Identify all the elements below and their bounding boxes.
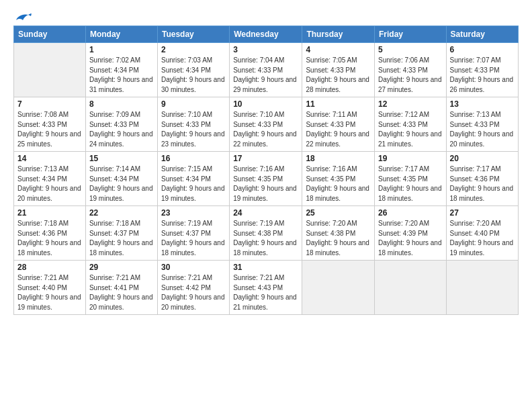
cell-info: Sunrise: 7:14 AMSunset: 4:34 PMDaylight:… — [89, 165, 154, 203]
calendar-cell: 6Sunrise: 7:07 AMSunset: 4:33 PMDaylight… — [446, 43, 518, 97]
calendar-cell: 8Sunrise: 7:09 AMSunset: 4:33 PMDaylight… — [85, 97, 157, 152]
calendar-header-row: SundayMondayTuesdayWednesdayThursdayFrid… — [14, 26, 519, 43]
cell-info: Sunrise: 7:21 AMSunset: 4:42 PMDaylight:… — [161, 273, 226, 312]
calendar-cell: 29Sunrise: 7:21 AMSunset: 4:41 PMDayligh… — [85, 261, 157, 315]
cell-info: Sunrise: 7:19 AMSunset: 4:38 PMDaylight:… — [233, 219, 298, 258]
calendar-cell: 19Sunrise: 7:17 AMSunset: 4:35 PMDayligh… — [374, 152, 446, 206]
day-number: 15 — [89, 154, 154, 163]
day-number: 9 — [161, 99, 226, 109]
cell-info: Sunrise: 7:21 AMSunset: 4:41 PMDaylight:… — [89, 273, 154, 312]
cell-info: Sunrise: 7:08 AMSunset: 4:33 PMDaylight:… — [17, 110, 82, 149]
day-number: 14 — [17, 154, 82, 163]
day-number: 19 — [378, 154, 443, 163]
calendar-cell: 1Sunrise: 7:02 AMSunset: 4:34 PMDaylight… — [85, 43, 157, 97]
calendar-cell: 18Sunrise: 7:16 AMSunset: 4:35 PMDayligh… — [302, 152, 375, 206]
day-number: 12 — [378, 99, 443, 109]
cell-info: Sunrise: 7:11 AMSunset: 4:33 PMDaylight:… — [306, 110, 371, 149]
cell-info: Sunrise: 7:10 AMSunset: 4:33 PMDaylight:… — [161, 110, 226, 149]
day-number: 5 — [378, 45, 443, 54]
day-number: 16 — [161, 154, 226, 163]
calendar-cell: 20Sunrise: 7:17 AMSunset: 4:36 PMDayligh… — [446, 152, 518, 206]
day-number: 3 — [233, 45, 298, 54]
cell-info: Sunrise: 7:05 AMSunset: 4:33 PMDaylight:… — [306, 56, 371, 95]
cell-info: Sunrise: 7:07 AMSunset: 4:33 PMDaylight:… — [450, 56, 515, 95]
day-number: 27 — [450, 208, 515, 218]
cell-info: Sunrise: 7:18 AMSunset: 4:36 PMDaylight:… — [17, 219, 82, 258]
calendar-cell: 13Sunrise: 7:13 AMSunset: 4:33 PMDayligh… — [446, 97, 518, 152]
calendar-cell: 28Sunrise: 7:21 AMSunset: 4:40 PMDayligh… — [14, 261, 86, 315]
week-row-2: 7Sunrise: 7:08 AMSunset: 4:33 PMDaylight… — [14, 97, 519, 152]
calendar-cell — [14, 43, 86, 97]
calendar-cell: 10Sunrise: 7:10 AMSunset: 4:33 PMDayligh… — [230, 97, 302, 152]
col-header-sunday: Sunday — [14, 26, 86, 43]
calendar-cell: 12Sunrise: 7:12 AMSunset: 4:33 PMDayligh… — [374, 97, 446, 152]
day-number: 26 — [378, 208, 443, 218]
col-header-thursday: Thursday — [302, 26, 375, 43]
day-number: 8 — [89, 99, 154, 109]
calendar-cell — [446, 261, 518, 315]
day-number: 10 — [233, 99, 298, 109]
week-row-1: 1Sunrise: 7:02 AMSunset: 4:34 PMDaylight… — [14, 43, 519, 97]
calendar-cell — [374, 261, 446, 315]
calendar-cell: 7Sunrise: 7:08 AMSunset: 4:33 PMDaylight… — [14, 97, 86, 152]
cell-info: Sunrise: 7:18 AMSunset: 4:37 PMDaylight:… — [89, 219, 154, 258]
cell-info: Sunrise: 7:13 AMSunset: 4:34 PMDaylight:… — [17, 165, 82, 203]
cell-info: Sunrise: 7:15 AMSunset: 4:34 PMDaylight:… — [161, 165, 226, 203]
calendar-table: SundayMondayTuesdayWednesdayThursdayFrid… — [13, 26, 519, 315]
week-row-4: 21Sunrise: 7:18 AMSunset: 4:36 PMDayligh… — [14, 206, 519, 261]
col-header-friday: Friday — [374, 26, 446, 43]
cell-info: Sunrise: 7:21 AMSunset: 4:40 PMDaylight:… — [17, 273, 82, 312]
day-number: 2 — [161, 45, 226, 54]
day-number: 17 — [233, 154, 298, 163]
day-number: 28 — [17, 263, 82, 272]
day-number: 29 — [89, 263, 154, 272]
cell-info: Sunrise: 7:19 AMSunset: 4:37 PMDaylight:… — [161, 219, 226, 258]
cell-info: Sunrise: 7:09 AMSunset: 4:33 PMDaylight:… — [89, 110, 154, 149]
calendar-cell: 11Sunrise: 7:11 AMSunset: 4:33 PMDayligh… — [302, 97, 375, 152]
calendar-cell — [302, 261, 375, 315]
day-number: 30 — [161, 263, 226, 272]
cell-info: Sunrise: 7:03 AMSunset: 4:34 PMDaylight:… — [161, 56, 226, 95]
calendar-cell: 23Sunrise: 7:19 AMSunset: 4:37 PMDayligh… — [157, 206, 229, 261]
header — [13, 11, 519, 21]
cell-info: Sunrise: 7:12 AMSunset: 4:33 PMDaylight:… — [378, 110, 443, 149]
calendar-cell: 26Sunrise: 7:20 AMSunset: 4:39 PMDayligh… — [374, 206, 446, 261]
calendar-cell: 17Sunrise: 7:16 AMSunset: 4:35 PMDayligh… — [230, 152, 302, 206]
cell-info: Sunrise: 7:20 AMSunset: 4:40 PMDaylight:… — [450, 219, 515, 258]
calendar-cell: 21Sunrise: 7:18 AMSunset: 4:36 PMDayligh… — [14, 206, 86, 261]
day-number: 1 — [89, 45, 154, 54]
cell-info: Sunrise: 7:16 AMSunset: 4:35 PMDaylight:… — [306, 165, 371, 203]
cell-info: Sunrise: 7:13 AMSunset: 4:33 PMDaylight:… — [450, 110, 515, 149]
day-number: 20 — [450, 154, 515, 163]
calendar-cell: 30Sunrise: 7:21 AMSunset: 4:42 PMDayligh… — [157, 261, 229, 315]
calendar-cell: 24Sunrise: 7:19 AMSunset: 4:38 PMDayligh… — [230, 206, 302, 261]
week-row-3: 14Sunrise: 7:13 AMSunset: 4:34 PMDayligh… — [14, 152, 519, 206]
calendar-cell: 3Sunrise: 7:04 AMSunset: 4:33 PMDaylight… — [230, 43, 302, 97]
cell-info: Sunrise: 7:06 AMSunset: 4:33 PMDaylight:… — [378, 56, 443, 95]
day-number: 25 — [306, 208, 371, 218]
col-header-wednesday: Wednesday — [230, 26, 302, 43]
cell-info: Sunrise: 7:16 AMSunset: 4:35 PMDaylight:… — [233, 165, 298, 203]
calendar-cell: 2Sunrise: 7:03 AMSunset: 4:34 PMDaylight… — [157, 43, 229, 97]
cell-info: Sunrise: 7:20 AMSunset: 4:38 PMDaylight:… — [306, 219, 371, 258]
week-row-5: 28Sunrise: 7:21 AMSunset: 4:40 PMDayligh… — [14, 261, 519, 315]
col-header-tuesday: Tuesday — [157, 26, 229, 43]
day-number: 6 — [450, 45, 515, 54]
day-number: 7 — [17, 99, 82, 109]
col-header-monday: Monday — [85, 26, 157, 43]
cell-info: Sunrise: 7:02 AMSunset: 4:34 PMDaylight:… — [89, 56, 154, 95]
cell-info: Sunrise: 7:04 AMSunset: 4:33 PMDaylight:… — [233, 56, 298, 95]
logo — [13, 11, 32, 21]
day-number: 31 — [233, 263, 298, 272]
cell-info: Sunrise: 7:20 AMSunset: 4:39 PMDaylight:… — [378, 219, 443, 258]
day-number: 22 — [89, 208, 154, 218]
day-number: 23 — [161, 208, 226, 218]
col-header-saturday: Saturday — [446, 26, 518, 43]
day-number: 11 — [306, 99, 371, 109]
cell-info: Sunrise: 7:17 AMSunset: 4:36 PMDaylight:… — [450, 165, 515, 203]
calendar-cell: 4Sunrise: 7:05 AMSunset: 4:33 PMDaylight… — [302, 43, 375, 97]
day-number: 4 — [306, 45, 371, 54]
calendar-cell: 14Sunrise: 7:13 AMSunset: 4:34 PMDayligh… — [14, 152, 86, 206]
day-number: 13 — [450, 99, 515, 109]
day-number: 18 — [306, 154, 371, 163]
